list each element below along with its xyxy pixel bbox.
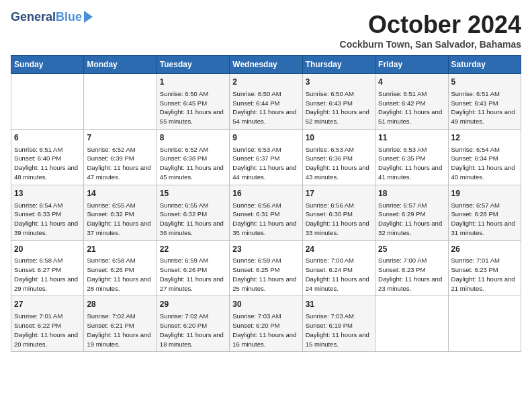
day-number: 23 [232,244,299,255]
calendar-cell: 18Sunrise: 6:57 AMSunset: 6:29 PMDayligh… [375,185,448,240]
day-info: Sunrise: 6:59 AMSunset: 6:26 PMDaylight:… [160,256,226,293]
calendar-cell: 21Sunrise: 6:58 AMSunset: 6:26 PMDayligh… [84,240,157,296]
day-info: Sunrise: 6:56 AMSunset: 6:31 PMDaylight:… [232,201,299,238]
day-number: 17 [306,188,372,199]
day-info: Sunrise: 6:56 AMSunset: 6:30 PMDaylight:… [306,201,372,238]
calendar-cell: 4Sunrise: 6:51 AMSunset: 6:42 PMDaylight… [375,74,448,130]
calendar-cell: 8Sunrise: 6:52 AMSunset: 6:38 PMDaylight… [157,129,229,185]
day-number: 11 [378,132,445,144]
day-info: Sunrise: 6:55 AMSunset: 6:32 PMDaylight:… [87,201,153,238]
day-info: Sunrise: 6:50 AMSunset: 6:43 PMDaylight:… [306,89,372,126]
calendar-week-4: 20Sunrise: 6:58 AMSunset: 6:27 PMDayligh… [11,240,521,296]
day-info: Sunrise: 6:51 AMSunset: 6:42 PMDaylight:… [378,89,445,126]
day-number: 24 [306,244,372,255]
day-number: 8 [160,132,226,144]
day-info: Sunrise: 6:50 AMSunset: 6:44 PMDaylight:… [232,89,299,126]
day-info: Sunrise: 7:02 AMSunset: 6:20 PMDaylight:… [160,312,226,349]
calendar-cell: 12Sunrise: 6:54 AMSunset: 6:34 PMDayligh… [448,129,521,185]
day-number: 2 [232,77,299,88]
calendar-cell: 27Sunrise: 7:01 AMSunset: 6:22 PMDayligh… [11,296,84,352]
day-number: 7 [87,132,153,144]
day-number: 15 [160,188,226,199]
day-header-monday: Monday [84,56,157,74]
day-info: Sunrise: 6:51 AMSunset: 6:40 PMDaylight:… [14,145,81,182]
calendar-cell: 2Sunrise: 6:50 AMSunset: 6:44 PMDaylight… [230,74,302,130]
calendar-cell: 9Sunrise: 6:53 AMSunset: 6:37 PMDaylight… [230,129,302,185]
day-header-saturday: Saturday [448,56,521,74]
calendar-cell [448,296,521,352]
day-info: Sunrise: 7:00 AMSunset: 6:23 PMDaylight:… [378,256,445,293]
day-number: 5 [451,77,518,88]
day-info: Sunrise: 7:01 AMSunset: 6:23 PMDaylight:… [451,256,518,293]
calendar-cell: 6Sunrise: 6:51 AMSunset: 6:40 PMDaylight… [11,129,84,185]
calendar-cell: 23Sunrise: 6:59 AMSunset: 6:25 PMDayligh… [230,240,302,296]
day-info: Sunrise: 6:55 AMSunset: 6:32 PMDaylight:… [160,201,226,238]
day-number: 12 [451,132,518,144]
calendar-cell: 29Sunrise: 7:02 AMSunset: 6:20 PMDayligh… [157,296,229,352]
day-header-friday: Friday [375,56,448,74]
day-number: 14 [87,188,153,199]
calendar-cell [375,296,448,352]
day-info: Sunrise: 6:57 AMSunset: 6:29 PMDaylight:… [378,201,445,238]
month-title: October 2024 [340,11,521,39]
day-info: Sunrise: 6:57 AMSunset: 6:28 PMDaylight:… [451,201,518,238]
calendar-week-1: 1Sunrise: 6:50 AMSunset: 6:45 PMDaylight… [11,74,521,130]
calendar-cell: 26Sunrise: 7:01 AMSunset: 6:23 PMDayligh… [448,240,521,296]
day-number: 20 [14,244,81,255]
calendar-cell: 3Sunrise: 6:50 AMSunset: 6:43 PMDaylight… [302,74,375,130]
day-number: 16 [232,188,299,199]
calendar-cell: 14Sunrise: 6:55 AMSunset: 6:32 PMDayligh… [84,185,157,240]
calendar-cell: 15Sunrise: 6:55 AMSunset: 6:32 PMDayligh… [157,185,229,240]
calendar-cell: 17Sunrise: 6:56 AMSunset: 6:30 PMDayligh… [302,185,375,240]
calendar-cell: 20Sunrise: 6:58 AMSunset: 6:27 PMDayligh… [11,240,84,296]
calendar-cell: 19Sunrise: 6:57 AMSunset: 6:28 PMDayligh… [448,185,521,240]
day-info: Sunrise: 6:51 AMSunset: 6:41 PMDaylight:… [451,89,518,126]
day-info: Sunrise: 6:50 AMSunset: 6:45 PMDaylight:… [160,89,226,126]
day-info: Sunrise: 7:01 AMSunset: 6:22 PMDaylight:… [14,312,81,349]
day-number: 4 [378,77,445,88]
day-header-thursday: Thursday [302,56,375,74]
day-number: 6 [14,132,81,144]
calendar-cell: 25Sunrise: 7:00 AMSunset: 6:23 PMDayligh… [375,240,448,296]
calendar-table: SundayMondayTuesdayWednesdayThursdayFrid… [11,55,521,352]
location-subtitle: Cockburn Town, San Salvador, Bahamas [340,39,521,50]
calendar-week-3: 13Sunrise: 6:54 AMSunset: 6:33 PMDayligh… [11,185,521,240]
calendar-cell: 13Sunrise: 6:54 AMSunset: 6:33 PMDayligh… [11,185,84,240]
logo: GeneralBlue [11,11,93,24]
calendar-cell: 7Sunrise: 6:52 AMSunset: 6:39 PMDaylight… [84,129,157,185]
day-header-wednesday: Wednesday [230,56,302,74]
day-info: Sunrise: 7:03 AMSunset: 6:19 PMDaylight:… [306,312,372,349]
logo-text: GeneralBlue [11,11,82,24]
day-number: 31 [306,299,372,310]
day-info: Sunrise: 6:54 AMSunset: 6:34 PMDaylight:… [451,145,518,182]
page-header: GeneralBlue October 2024 Cockburn Town, … [11,11,521,50]
calendar-cell: 30Sunrise: 7:03 AMSunset: 6:20 PMDayligh… [230,296,302,352]
day-info: Sunrise: 7:03 AMSunset: 6:20 PMDaylight:… [232,312,299,349]
day-number: 3 [306,77,372,88]
day-number: 10 [306,132,372,144]
calendar-cell: 24Sunrise: 7:00 AMSunset: 6:24 PMDayligh… [302,240,375,296]
calendar-header-row: SundayMondayTuesdayWednesdayThursdayFrid… [11,56,521,74]
day-number: 13 [14,188,81,199]
calendar-cell: 31Sunrise: 7:03 AMSunset: 6:19 PMDayligh… [302,296,375,352]
day-info: Sunrise: 6:53 AMSunset: 6:37 PMDaylight:… [232,145,299,182]
calendar-cell: 22Sunrise: 6:59 AMSunset: 6:26 PMDayligh… [157,240,229,296]
calendar-cell: 1Sunrise: 6:50 AMSunset: 6:45 PMDaylight… [157,74,229,130]
calendar-cell: 5Sunrise: 6:51 AMSunset: 6:41 PMDaylight… [448,74,521,130]
day-number: 21 [87,244,153,255]
day-info: Sunrise: 6:58 AMSunset: 6:27 PMDaylight:… [14,256,81,293]
day-number: 26 [451,244,518,255]
day-info: Sunrise: 7:02 AMSunset: 6:21 PMDaylight:… [87,312,153,349]
day-info: Sunrise: 6:59 AMSunset: 6:25 PMDaylight:… [232,256,299,293]
day-info: Sunrise: 6:54 AMSunset: 6:33 PMDaylight:… [14,201,81,238]
calendar-cell: 10Sunrise: 6:53 AMSunset: 6:36 PMDayligh… [302,129,375,185]
day-number: 19 [451,188,518,199]
day-info: Sunrise: 6:58 AMSunset: 6:26 PMDaylight:… [87,256,153,293]
title-block: October 2024 Cockburn Town, San Salvador… [340,11,521,50]
day-number: 1 [160,77,226,88]
day-number: 25 [378,244,445,255]
calendar-week-2: 6Sunrise: 6:51 AMSunset: 6:40 PMDaylight… [11,129,521,185]
day-number: 9 [232,132,299,144]
day-info: Sunrise: 6:52 AMSunset: 6:38 PMDaylight:… [160,145,226,182]
day-number: 22 [160,244,226,255]
